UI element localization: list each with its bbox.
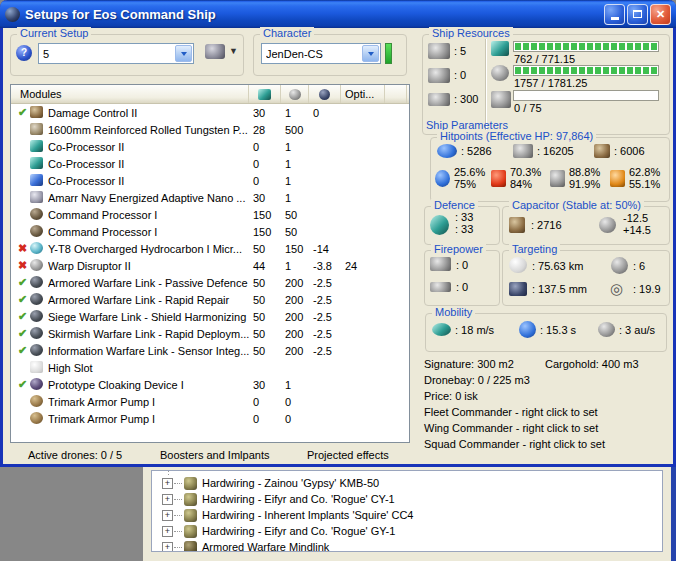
mwd-module-icon: [30, 242, 48, 256]
expand-icon[interactable]: [162, 494, 173, 505]
implant-row[interactable]: Hardwiring - Zainou 'Gypsy' KMB-50: [152, 475, 662, 491]
close-button[interactable]: ✕: [650, 4, 671, 25]
warp-speed-icon: [598, 322, 615, 337]
implant-row[interactable]: Armored Warfare Mindlink: [152, 539, 662, 552]
modules-list[interactable]: Modules Opti... ✔Damage Control II301016…: [10, 84, 410, 443]
ship-icon[interactable]: [205, 44, 225, 59]
fleet-commander-stat[interactable]: Fleet Commander - right click to set: [424, 406, 670, 422]
empty-column-header[interactable]: [407, 85, 409, 103]
module-row[interactable]: Amarr Navy Energized Adaptive Nano ...30…: [11, 189, 409, 206]
calibration-icon: [428, 93, 450, 106]
module-powergrid: 0: [285, 396, 313, 408]
drones-value: 0 / 75: [514, 102, 542, 114]
kinetic-resist-values: 88.8%91.9%: [569, 166, 600, 190]
price-stat: Price: 0 isk: [424, 390, 670, 406]
align-time-value: : 15.3 s: [540, 324, 576, 336]
ship-menu-caret-icon[interactable]: ▼: [229, 46, 238, 56]
module-name: Armored Warfare Link - Rapid Repair: [48, 294, 253, 306]
capacitor-amount-value: : 2716: [531, 219, 562, 231]
module-row[interactable]: Trimark Armor Pump I00: [11, 410, 409, 427]
tab-active-drones[interactable]: Active drones: 0 / 5: [28, 449, 122, 461]
modules-header[interactable]: Modules Opti...: [11, 85, 409, 104]
max-targets-value: : 6: [633, 260, 645, 272]
setup-combo-dropdown-icon[interactable]: [175, 45, 192, 62]
module-row[interactable]: Command Processor I15050: [11, 223, 409, 240]
shield-icon: [437, 144, 457, 158]
targeting-label: Targeting: [509, 243, 560, 255]
implant-icon: [184, 509, 197, 522]
tab-boosters-implants[interactable]: Boosters and Imlpants: [160, 449, 269, 461]
module-row[interactable]: 1600mm Reinforced Rolled Tungsten P...28…: [11, 121, 409, 138]
module-row[interactable]: ✖Warp Disruptor II441-3.824: [11, 257, 409, 274]
character-combo-dropdown-icon[interactable]: [362, 45, 379, 62]
module-cpu: 0: [253, 175, 285, 187]
hitpoints-group: Hitpoints (Effective HP: 97,864) : 5286 …: [430, 137, 670, 202]
module-row[interactable]: ✔Siege Warfare Link - Shield Harmonizing…: [11, 308, 409, 325]
titlebar[interactable]: Setups for Eos Command Ship ✕: [0, 0, 676, 28]
module-name: Skirmish Warfare Link - Rapid Deploym...: [48, 328, 253, 340]
module-row[interactable]: ✔Prototype Cloaking Device I301: [11, 376, 409, 393]
implant-icon: [184, 477, 197, 490]
armor-icon: [513, 144, 533, 158]
thermal-resist-values: 62.8%55.1%: [629, 166, 660, 190]
module-row[interactable]: Trimark Armor Pump I00: [11, 393, 409, 410]
module-cpu: 50: [253, 345, 285, 357]
module-name: Armored Warfare Link - Passive Defence: [48, 277, 253, 289]
module-powergrid: 200: [285, 328, 313, 340]
minimize-button[interactable]: [604, 4, 625, 25]
warp-speed-value: : 3 au/s: [619, 324, 655, 336]
module-cpu: 30: [253, 107, 285, 119]
squad-commander-stat[interactable]: Squad Commander - right click to set: [424, 438, 670, 454]
help-icon[interactable]: ?: [16, 45, 32, 61]
capacitor-column-icon[interactable]: [309, 85, 341, 103]
maximize-button[interactable]: [627, 4, 648, 25]
structure-icon: [594, 144, 610, 158]
wing-commander-stat[interactable]: Wing Commander - right click to set: [424, 422, 670, 438]
explosive-resist-icon: [491, 170, 506, 187]
link-module-icon: [30, 293, 48, 307]
empty-column-header[interactable]: [385, 85, 407, 103]
chip2-module-icon: [30, 174, 48, 188]
module-row[interactable]: ✔Damage Control II3010: [11, 104, 409, 121]
module-row[interactable]: High Slot: [11, 359, 409, 376]
expand-icon[interactable]: [162, 510, 173, 521]
implant-name: Hardwiring - Eifyr and Co. 'Rogue' CY-1: [202, 493, 395, 505]
implant-row[interactable]: Hardwiring - Inherent Implants 'Squire' …: [152, 507, 662, 523]
modules-column-header[interactable]: Modules: [11, 85, 249, 103]
module-cap-use: -2.5: [313, 311, 345, 323]
module-rows: ✔Damage Control II30101600mm Reinforced …: [11, 104, 409, 427]
character-combo-value: JenDen-CS: [266, 48, 361, 60]
powergrid-column-icon[interactable]: [281, 85, 309, 103]
module-row[interactable]: ✖Y-T8 Overcharged Hydrocarbon I Micr...5…: [11, 240, 409, 257]
opti-column-header[interactable]: Opti...: [341, 85, 385, 103]
expand-icon[interactable]: [162, 526, 173, 537]
module-row[interactable]: ✔Armored Warfare Link - Rapid Repair5020…: [11, 291, 409, 308]
cpu-bar-fill: [515, 43, 657, 50]
module-name: Information Warfare Link - Sensor Integ.…: [48, 345, 253, 357]
module-row[interactable]: ✔Armored Warfare Link - Passive Defence5…: [11, 274, 409, 291]
character-combo[interactable]: JenDen-CS: [261, 43, 381, 64]
module-row[interactable]: ✔Skirmish Warfare Link - Rapid Deploym..…: [11, 325, 409, 342]
stat-line: Signature: 300 m2 Cargohold: 400 m3: [424, 358, 670, 374]
implants-list[interactable]: Hardwiring - Zainou 'Gypsy' KMB-50Hardwi…: [151, 470, 663, 552]
implant-row[interactable]: Hardwiring - Eifyr and Co. 'Rogue' GY-1: [152, 523, 662, 539]
module-row[interactable]: Co-Processor II01: [11, 155, 409, 172]
module-row[interactable]: Co-Processor II01: [11, 138, 409, 155]
scan-resolution-value: : 19.9: [633, 283, 661, 295]
targeting-group: Targeting : 75.63 km : 6 : 137.5 mm ◎ : …: [502, 250, 670, 306]
tab-projected-effects[interactable]: Projected effects: [307, 449, 389, 461]
powergrid-bar: [513, 65, 659, 76]
tree-connector: [174, 483, 182, 484]
expand-icon[interactable]: [162, 478, 173, 489]
module-name: 1600mm Reinforced Rolled Tungsten P...: [48, 124, 253, 136]
module-row[interactable]: Co-Processor II01: [11, 172, 409, 189]
disruptor-module-icon: [30, 259, 48, 273]
powergrid-bar-fill: [515, 67, 657, 74]
module-row[interactable]: Command Processor I15050: [11, 206, 409, 223]
setup-combo[interactable]: 5: [38, 43, 194, 64]
module-powergrid: 1: [285, 175, 313, 187]
module-row[interactable]: ✔Information Warfare Link - Sensor Integ…: [11, 342, 409, 359]
implant-row[interactable]: Hardwiring - Eifyr and Co. 'Rogue' CY-1: [152, 491, 662, 507]
expand-icon[interactable]: [162, 542, 173, 553]
cpu-column-icon[interactable]: [249, 85, 281, 103]
